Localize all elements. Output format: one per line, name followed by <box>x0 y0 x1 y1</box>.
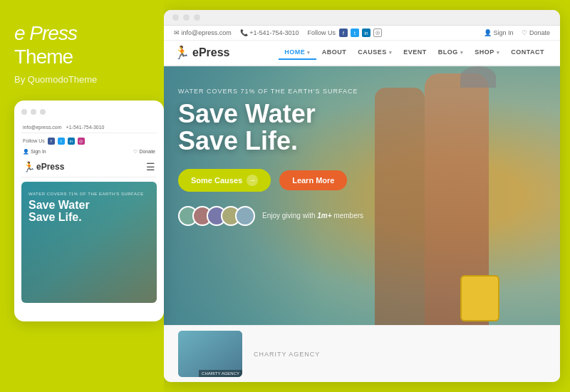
mockup-twitter-icon: t <box>58 138 65 145</box>
brand-by: By QuomodoTheme <box>14 74 150 85</box>
brand-name: e Press Theme <box>14 23 150 68</box>
logo-text: ePress <box>192 46 230 59</box>
desktop-content: ✉ info@epress.com 📞 +1-541-754-3010 Foll… <box>164 26 560 382</box>
nav-about[interactable]: ABOUT <box>316 46 353 60</box>
mockup-follow-row: Follow Us f t in ◎ <box>23 138 155 145</box>
donate-link[interactable]: ♡ Donate <box>522 29 550 36</box>
nav-links: HOME ▾ ABOUT CAUSES ▾ EVENT BLOG ▾ SHOP … <box>279 46 550 60</box>
learn-more-button[interactable]: Learn More <box>279 170 347 190</box>
some-causes-button[interactable]: Some Causes → <box>178 169 271 192</box>
hero-members-text: Enjoy giving with 1m+ members <box>262 212 363 220</box>
facebook-icon[interactable]: f <box>339 29 348 37</box>
nav-event[interactable]: EVENT <box>398 46 432 60</box>
instagram-icon[interactable]: ◎ <box>373 29 382 37</box>
mockup-dot-3 <box>40 109 46 115</box>
mockup-phone: +1-541-754-3010 <box>66 125 105 130</box>
site-logo: 🏃 ePress <box>174 45 230 61</box>
mockup-logo-icon: 🏃 <box>23 161 35 172</box>
nav-shop[interactable]: SHOP ▾ <box>469 46 505 60</box>
infobar-left: ✉ info@epress.com 📞 +1-541-754-3010 Foll… <box>174 29 382 37</box>
infobar-followus: Follow Us f t in ◎ <box>308 29 383 37</box>
mockup-email: info@epress.com <box>23 125 62 130</box>
causes-arrow-icon: → <box>247 175 258 186</box>
linkedin-icon[interactable]: in <box>362 29 370 37</box>
nav-home[interactable]: HOME ▾ <box>279 46 316 60</box>
hero-content: WATER COVERS 71% OF THE EARTH'S SURFACE … <box>164 66 560 247</box>
mockup-hero-title: Save Water Save Life. <box>28 199 150 224</box>
desktop-titlebar <box>164 10 560 26</box>
mockup-logo: 🏃 ePress <box>23 161 64 172</box>
infobar-social-icons: f t in ◎ <box>339 29 382 37</box>
mockup-topbar: info@epress.com +1-541-754-3010 <box>21 122 157 133</box>
nav-blog[interactable]: BLOG ▾ <box>432 46 470 60</box>
logo-icon: 🏃 <box>174 45 190 61</box>
signin-link[interactable]: 👤 Sign In <box>484 29 514 36</box>
member-avatars <box>178 206 255 226</box>
right-panel: ✉ info@epress.com 📞 +1-541-754-3010 Foll… <box>164 0 570 392</box>
twitter-icon[interactable]: t <box>351 29 359 37</box>
desktop-mockup: ✉ info@epress.com 📞 +1-541-754-3010 Foll… <box>164 10 560 382</box>
mockup-social-icons: f t in ◎ <box>48 138 85 145</box>
infobar-right: 👤 Sign In ♡ Donate <box>484 29 550 36</box>
mockup-hero: WATER COVERS 71% OF THE EARTH'S SURFACE … <box>21 182 157 303</box>
site-email: ✉ info@epress.com <box>174 29 232 36</box>
hero-subtitle: WATER COVERS 71% OF THE EARTH'S SURFACE <box>178 88 546 95</box>
mockup-instagram-icon: ◎ <box>78 138 85 145</box>
mockup-contact-info: info@epress.com +1-541-754-3010 <box>23 125 104 130</box>
site-hero: WATER COVERS 71% OF THE EARTH'S SURFACE … <box>164 66 560 325</box>
mockup-dot-2 <box>31 109 36 115</box>
mockup-nav: 🏃 ePress ☰ <box>21 157 157 177</box>
charity-agency-badge: CHARITY AGENCY <box>199 370 242 377</box>
nav-contact[interactable]: CONTACT <box>505 46 550 60</box>
left-panel: e Press Theme By QuomodoTheme info@epres… <box>0 0 164 392</box>
mockup-signin[interactable]: 👤 Sign In <box>23 149 46 155</box>
desktop-dot-1 <box>172 14 179 21</box>
mobile-mockup: info@epress.com +1-541-754-3010 Follow U… <box>14 100 164 321</box>
below-hero-label: CHARITY AGENCY <box>254 351 320 358</box>
site-nav: 🏃 ePress HOME ▾ ABOUT CAUSES ▾ EVENT BLO… <box>164 41 560 66</box>
member-avatar-5 <box>235 206 255 226</box>
desktop-dot-3 <box>194 14 200 21</box>
hero-title: Save Water Save Life. <box>178 100 546 155</box>
nav-causes[interactable]: CAUSES ▾ <box>352 46 398 60</box>
mockup-hamburger-icon[interactable]: ☰ <box>146 161 155 172</box>
mockup-hero-subtitle: WATER COVERS 71% OF THE EARTH'S SURFACE <box>28 192 150 196</box>
hero-buttons: Some Causes → Learn More <box>178 169 546 192</box>
mockup-dot-1 <box>21 109 27 115</box>
mockup-titlebar <box>21 109 157 115</box>
desktop-dot-2 <box>183 14 190 21</box>
mockup-donate[interactable]: ♡ Donate <box>133 149 155 155</box>
below-hero-section: CHARITY AGENCY CHARITY AGENCY <box>164 325 560 382</box>
site-phone: 📞 +1-541-754-3010 <box>240 29 299 36</box>
mockup-facebook-icon: f <box>48 138 55 145</box>
brand-title: e Press Theme By QuomodoTheme <box>14 21 150 85</box>
below-hero-image: CHARITY AGENCY <box>178 331 242 377</box>
hero-members: Enjoy giving with 1m+ members <box>178 206 546 226</box>
mockup-signin-row: 👤 Sign In ♡ Donate <box>21 147 157 157</box>
site-infobar: ✉ info@epress.com 📞 +1-541-754-3010 Foll… <box>164 26 560 41</box>
mockup-linkedin-icon: in <box>68 138 75 145</box>
